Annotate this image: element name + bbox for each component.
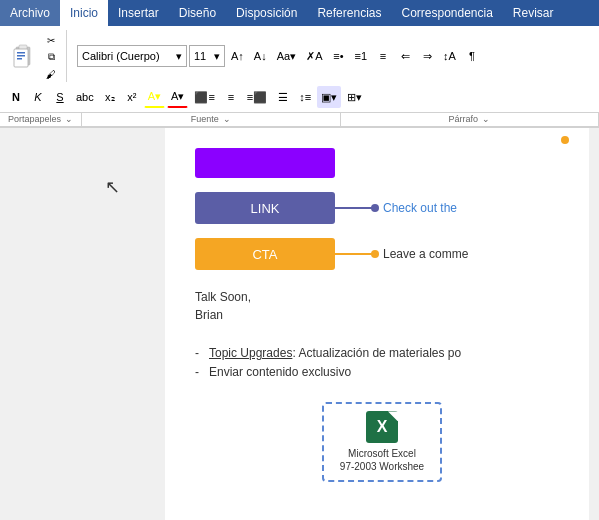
svg-rect-4: [17, 55, 25, 57]
text-highlight-button[interactable]: A▾: [144, 86, 165, 108]
show-marks-button[interactable]: ¶: [462, 45, 482, 67]
paste-icon: [10, 43, 36, 71]
align-center-button[interactable]: ≡: [221, 86, 241, 108]
bullet-item-2: - Enviar contenido exclusivo: [195, 363, 569, 382]
subscript-button[interactable]: x₂: [100, 86, 120, 108]
cut-button[interactable]: ✂: [42, 32, 60, 48]
bold-button[interactable]: N: [6, 86, 26, 108]
font-size-select[interactable]: 11 ▾: [189, 45, 225, 67]
decrease-indent-button[interactable]: ⇐: [395, 45, 415, 67]
ribbon-row2: N K S abc x₂ x² A▾ A▾ ⬛≡ ≡ ≡⬛ ☰ ↕≡ ▣▾ ⊞▾: [6, 86, 593, 112]
excel-icon: X: [366, 411, 398, 443]
sign-off-line2: Brian: [195, 306, 569, 324]
paste-button[interactable]: [6, 41, 40, 73]
format-painter-button[interactable]: 🖌: [42, 66, 60, 82]
ribbon: ✂ ⧉ 🖌 Calibri (Cuerpo) ▾ 11 ▾ A↑ A↓ Aa▾ …: [0, 26, 599, 113]
font-color-button[interactable]: A▾: [167, 86, 188, 108]
ribbon-section-bar: Portapapeles ⌄ Fuente ⌄ Párrafo ⌄: [0, 113, 599, 128]
excel-filename: Microsoft Excel 97-2003 Workshee: [340, 447, 424, 473]
sort-button[interactable]: ↕A: [439, 45, 460, 67]
cta-button-row: CTA Leave a comme: [195, 238, 569, 270]
section-fuente: Fuente ⌄: [82, 113, 340, 126]
multilevel-list-button[interactable]: ≡: [373, 45, 393, 67]
right-panel: [589, 128, 599, 520]
increase-indent-button[interactable]: ⇒: [417, 45, 437, 67]
cursor: ↖: [105, 176, 120, 198]
change-case-button[interactable]: Aa▾: [273, 45, 300, 67]
link-annotation: Check out the: [383, 201, 457, 215]
section-parrafo: Párrafo ⌄: [341, 113, 599, 126]
menu-bar: Archivo Inicio Insertar Diseño Disposici…: [0, 0, 599, 26]
menu-correspondencia[interactable]: Correspondencia: [391, 0, 502, 26]
font-shrink-button[interactable]: A↓: [250, 45, 271, 67]
section-portapapeles: Portapapeles ⌄: [0, 113, 82, 126]
topic-upgrades-link[interactable]: Topic Upgrades: [209, 346, 292, 360]
link-connector: [335, 207, 375, 209]
superscript-button[interactable]: x²: [122, 86, 142, 108]
strikethrough-button[interactable]: abc: [72, 86, 98, 108]
sign-off-line1: Talk Soon,: [195, 288, 569, 306]
menu-diseno[interactable]: Diseño: [169, 0, 226, 26]
menu-archivo[interactable]: Archivo: [0, 0, 60, 26]
underline-button[interactable]: S: [50, 86, 70, 108]
sign-off: Talk Soon, Brian: [195, 288, 569, 324]
bullet-list: - Topic Upgrades: Actualización de mater…: [195, 344, 569, 382]
justify-button[interactable]: ☰: [273, 86, 293, 108]
numbered-list-button[interactable]: ≡1: [351, 45, 372, 67]
link-button-row: LINK Check out the: [195, 192, 569, 224]
menu-disposicion[interactable]: Disposición: [226, 0, 307, 26]
cta-connector-line: [335, 253, 375, 255]
borders-button[interactable]: ⊞▾: [343, 86, 366, 108]
menu-revisar[interactable]: Revisar: [503, 0, 564, 26]
menu-insertar[interactable]: Insertar: [108, 0, 169, 26]
purple-banner: [195, 148, 335, 178]
link-connector-dot: [371, 204, 379, 212]
clear-formatting-button[interactable]: ✗A: [302, 45, 326, 67]
shading-button[interactable]: ▣▾: [317, 86, 341, 108]
excel-file-attachment[interactable]: X Microsoft Excel 97-2003 Workshee: [322, 402, 442, 482]
svg-rect-5: [17, 58, 22, 60]
link-connector-line: [335, 207, 375, 209]
link-button[interactable]: LINK: [195, 192, 335, 224]
clipboard-small-buttons: ✂ ⧉ 🖌: [42, 32, 60, 82]
orange-dot: [561, 136, 569, 144]
left-panel: ↖: [0, 128, 165, 520]
align-right-button[interactable]: ≡⬛: [243, 86, 271, 108]
document-content[interactable]: LINK Check out the CTA Leave a comme: [165, 128, 589, 520]
bullets-button[interactable]: ≡•: [329, 45, 349, 67]
cta-connector: [335, 253, 375, 255]
document-area: ↖ LINK Check out the CTA: [0, 128, 599, 520]
font-grow-button[interactable]: A↑: [227, 45, 248, 67]
menu-inicio[interactable]: Inicio: [60, 0, 108, 26]
cta-annotation: Leave a comme: [383, 247, 468, 261]
cta-button[interactable]: CTA: [195, 238, 335, 270]
font-controls: Calibri (Cuerpo) ▾ 11 ▾ A↑ A↓ Aa▾ ✗A ≡• …: [77, 45, 482, 67]
menu-referencias[interactable]: Referencias: [307, 0, 391, 26]
svg-rect-3: [17, 52, 25, 54]
ribbon-row1: ✂ ⧉ 🖌 Calibri (Cuerpo) ▾ 11 ▾ A↑ A↓ Aa▾ …: [6, 30, 593, 86]
font-family-select[interactable]: Calibri (Cuerpo) ▾: [77, 45, 187, 67]
italic-button[interactable]: K: [28, 86, 48, 108]
line-spacing-button[interactable]: ↕≡: [295, 86, 315, 108]
align-left-button[interactable]: ⬛≡: [190, 86, 218, 108]
cta-connector-dot: [371, 250, 379, 258]
clipboard-section: ✂ ⧉ 🖌: [6, 30, 67, 82]
copy-button[interactable]: ⧉: [42, 49, 60, 65]
bullet-item-1: - Topic Upgrades: Actualización de mater…: [195, 344, 569, 363]
